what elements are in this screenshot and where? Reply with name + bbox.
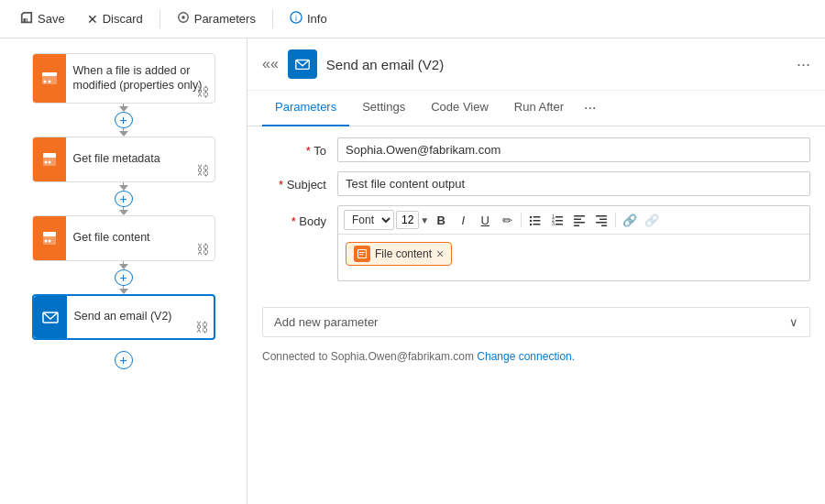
- highlight-button[interactable]: ✏: [497, 210, 517, 230]
- editor-tool-sep-1: [521, 213, 522, 227]
- tabs-bar: Parameters Settings Code View Run After …: [248, 91, 825, 126]
- bold-button[interactable]: B: [431, 210, 451, 230]
- connector-arrow-3: [119, 264, 128, 269]
- tab-code-view[interactable]: Code View: [418, 91, 501, 126]
- chip-label: File content: [375, 247, 432, 260]
- info-button[interactable]: i Info: [280, 7, 336, 30]
- step-icon-trigger: [33, 54, 66, 103]
- svg-text:3.: 3.: [552, 221, 556, 226]
- ordered-list-button[interactable]: 1.2.3.: [547, 210, 567, 230]
- subject-label-text: Subject: [287, 178, 326, 192]
- step-link-icon-metadata: ⛓: [196, 163, 209, 178]
- form-row-body: * Body Font 12 ▼: [262, 205, 810, 281]
- form-row-to: * To: [262, 137, 810, 162]
- panel-action-icon: [288, 49, 317, 79]
- svg-rect-23: [534, 224, 541, 225]
- step-label-metadata: Get file metadata: [73, 151, 160, 166]
- font-select[interactable]: Font: [344, 210, 394, 230]
- connector-2: +: [115, 182, 133, 215]
- svg-point-7: [48, 81, 50, 83]
- discard-icon: ✕: [87, 12, 98, 27]
- flow-step-metadata: Get file metadata ⛓: [32, 137, 215, 182]
- add-step-btn-1[interactable]: +: [115, 112, 133, 128]
- panel-expand-button[interactable]: ««: [262, 56, 279, 72]
- save-label: Save: [38, 12, 65, 26]
- connection-info: Connected to Sophia.Owen@fabrikam.com Ch…: [248, 343, 825, 370]
- panel-title: Send an email (V2): [326, 57, 444, 72]
- step-link-icon-content: ⛓: [196, 242, 209, 257]
- svg-rect-13: [43, 232, 56, 236]
- step-link-icon-email: ⛓: [195, 320, 208, 334]
- svg-point-14: [44, 239, 47, 242]
- svg-rect-25: [556, 216, 563, 218]
- add-parameter-row[interactable]: Add new parameter ∨: [262, 307, 810, 337]
- font-size-area: 12 ▼: [396, 211, 429, 229]
- parameters-icon: [177, 11, 190, 27]
- parameters-button[interactable]: Parameters: [168, 7, 265, 30]
- connector-3: +: [115, 261, 133, 294]
- svg-rect-19: [534, 216, 541, 218]
- svg-rect-33: [574, 225, 579, 227]
- step-icon-metadata: [33, 137, 66, 181]
- step-box-content[interactable]: Get file content ⛓: [32, 215, 215, 261]
- svg-rect-35: [600, 219, 607, 221]
- chip-close-button[interactable]: ×: [436, 247, 444, 260]
- body-required-marker: *: [292, 214, 296, 228]
- subject-input[interactable]: [337, 171, 810, 196]
- tab-run-after[interactable]: Run After: [501, 91, 577, 126]
- editor-body[interactable]: File content ×: [338, 235, 809, 280]
- step-icon-content: [33, 216, 66, 260]
- svg-rect-36: [596, 222, 607, 224]
- align-left-button[interactable]: [569, 210, 589, 230]
- toolbar-separator-2: [272, 10, 273, 28]
- add-parameter-chevron-icon: ∨: [789, 315, 798, 329]
- left-panel: When a file is added or modified (proper…: [0, 38, 248, 504]
- svg-rect-34: [596, 215, 607, 217]
- svg-point-18: [530, 216, 532, 218]
- connection-text: Connected to: [262, 350, 327, 363]
- editor-tool-sep-2: [615, 213, 616, 227]
- add-step-btn-4[interactable]: +: [115, 351, 133, 369]
- step-box-metadata[interactable]: Get file metadata ⛓: [32, 137, 215, 182]
- save-button[interactable]: Save: [11, 7, 74, 30]
- step-box-trigger[interactable]: When a file is added or modified (proper…: [32, 53, 215, 104]
- to-input[interactable]: [337, 137, 810, 162]
- link-button[interactable]: 🔗: [620, 210, 640, 230]
- tab-more-button[interactable]: ···: [577, 91, 603, 126]
- svg-rect-38: [358, 250, 367, 258]
- svg-point-22: [530, 224, 532, 225]
- font-size-value: 12: [396, 211, 419, 229]
- step-box-email[interactable]: Send an email (V2) ⛓: [32, 294, 215, 340]
- body-label-text: Body: [299, 214, 326, 228]
- underline-button[interactable]: U: [475, 210, 495, 230]
- font-size-dropdown-arrow[interactable]: ▼: [420, 215, 429, 225]
- svg-rect-30: [574, 215, 585, 217]
- add-parameter-label: Add new parameter: [274, 315, 378, 329]
- add-step-btn-3[interactable]: +: [115, 269, 133, 286]
- svg-point-20: [530, 220, 532, 222]
- connection-email: Sophia.Owen@fabrikam.com: [331, 350, 474, 363]
- panel-more-button[interactable]: ···: [797, 55, 810, 74]
- tab-settings[interactable]: Settings: [349, 91, 418, 126]
- add-step-btn-2[interactable]: +: [115, 191, 133, 207]
- discard-button[interactable]: ✕ Discard: [78, 8, 152, 30]
- toolbar-separator-1: [160, 10, 160, 28]
- svg-rect-21: [534, 220, 541, 222]
- connector-4: +: [115, 344, 133, 377]
- info-label: Info: [307, 12, 327, 26]
- change-connection-link[interactable]: Change connection.: [477, 350, 575, 363]
- unlink-button[interactable]: 🔗: [642, 210, 662, 230]
- svg-rect-5: [42, 72, 57, 76]
- align-right-button[interactable]: [591, 210, 611, 230]
- editor-toolbar: Font 12 ▼ B I U ✏: [338, 206, 809, 235]
- flow-step-trigger: When a file is added or modified (proper…: [32, 53, 215, 104]
- main-container: When a file is added or modified (proper…: [0, 38, 825, 504]
- tab-parameters[interactable]: Parameters: [262, 91, 349, 126]
- toolbar: Save ✕ Discard Parameters i Info: [0, 0, 825, 38]
- save-icon: [20, 11, 33, 27]
- form-area: * To * Subject * Body: [248, 126, 825, 301]
- unordered-list-button[interactable]: [525, 210, 545, 230]
- connector-arrow-1: [119, 106, 128, 112]
- file-content-chip: File content ×: [346, 242, 452, 266]
- italic-button[interactable]: I: [453, 210, 473, 230]
